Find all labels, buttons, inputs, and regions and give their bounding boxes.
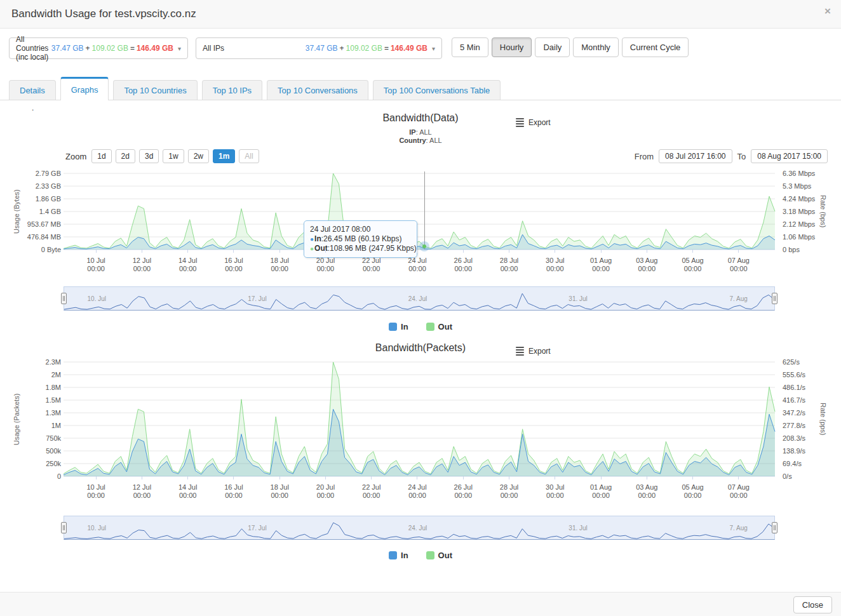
chart1-legend: In Out xyxy=(0,322,841,331)
chart1-subtitle-country: Country: ALL xyxy=(0,137,841,144)
xaxis-tick-label: 01 Aug00:00 xyxy=(578,476,624,500)
navigator-right-handle[interactable] xyxy=(772,522,777,533)
xaxis-tick-label: 10 Jul00:00 xyxy=(73,250,119,273)
stray-dot: . xyxy=(32,104,34,112)
legend-item-out[interactable]: Out xyxy=(426,322,452,331)
tab-top-10-countries[interactable]: Top 10 Countries xyxy=(113,80,197,100)
chart2-navigator-series xyxy=(64,521,774,539)
navigator-left-handle[interactable] xyxy=(61,293,67,304)
chart2-yaxis-right-title: Rate (pps) xyxy=(819,362,827,476)
xaxis-tick-label: 26 Jul00:00 xyxy=(440,476,486,500)
yaxis-tick-label: 0 xyxy=(57,472,61,480)
yaxis-tick-label: 5.3 Mbps xyxy=(783,182,811,190)
xaxis-tick-label: 03 Aug00:00 xyxy=(624,476,669,500)
yaxis-tick-label: 277.8/s xyxy=(783,422,805,429)
caret-down-icon: ▾ xyxy=(178,45,181,52)
period-button-daily[interactable]: Daily xyxy=(535,37,570,57)
tab-top-10-conversations[interactable]: Top 10 Conversations xyxy=(267,80,368,100)
chart1-export-button[interactable]: Export xyxy=(516,117,551,128)
chart2-export-button[interactable]: Export xyxy=(516,345,551,357)
yaxis-tick-label: 0 Byte xyxy=(41,246,61,253)
tooltip-in-row: ●In:26.45 MB (60.19 Kbps) xyxy=(310,234,411,244)
chart2-title: Bandwidth(Packets) xyxy=(0,342,841,354)
xaxis-tick-label: 05 Aug00:00 xyxy=(669,250,715,273)
close-button[interactable]: Close xyxy=(793,596,832,613)
yaxis-tick-label: 476.84 MB xyxy=(27,233,61,241)
chart2-xaxis-labels: 10 Jul00:0012 Jul00:0014 Jul00:0016 Jul0… xyxy=(73,476,762,500)
yaxis-tick-label: 1.4 GB xyxy=(39,208,61,215)
ips-filter-dropdown[interactable]: All IPs 37.47 GB+ 109.02 GB= 146.49 GB ▾ xyxy=(196,37,442,59)
xaxis-tick-label: 22 Jul00:00 xyxy=(349,250,394,273)
period-button-5min[interactable]: 5 Min xyxy=(452,37,488,57)
yaxis-tick-label: 3.18 Mbps xyxy=(783,208,815,215)
chart1-yaxis-right-title: Rate (bps) xyxy=(819,173,827,250)
yaxis-tick-label: 0/s xyxy=(783,472,792,480)
xaxis-tick-label: 20 Jul00:00 xyxy=(302,250,348,273)
from-label: From xyxy=(635,152,654,161)
chart2-yaxis-left-ticks: 2.3M2M1.8M1.5M1.3M1M750k500k250k0 xyxy=(0,358,61,480)
yaxis-tick-label: 953.67 MB xyxy=(27,220,61,228)
xaxis-tick-label: 28 Jul00:00 xyxy=(486,476,532,500)
ips-out-value: 109.02 GB xyxy=(346,44,382,53)
zoom-3d-button[interactable]: 3d xyxy=(139,149,159,163)
xaxis-tick-label: 30 Jul00:00 xyxy=(532,250,578,273)
xaxis-tick-label: 05 Aug00:00 xyxy=(669,476,715,500)
countries-in-value: 37.47 GB xyxy=(51,44,84,53)
tab-top-10-ips[interactable]: Top 10 IPs xyxy=(202,80,262,100)
tooltip-header: 24 Jul 2017 08:00 xyxy=(310,225,411,234)
to-label: To xyxy=(737,152,746,161)
xaxis-tick-label: 18 Jul00:00 xyxy=(257,476,302,500)
navigator-left-handle[interactable] xyxy=(61,522,67,533)
to-date-input[interactable]: 08 Aug 2017 15:00 xyxy=(751,149,828,163)
period-button-hourly[interactable]: Hourly xyxy=(492,37,532,57)
chart1-navigator-series xyxy=(64,292,774,310)
zoom-2d-button[interactable]: 2d xyxy=(116,149,135,163)
yaxis-tick-label: 347.2/s xyxy=(783,409,805,417)
period-button-current-cycle[interactable]: Current Cycle xyxy=(622,37,689,57)
countries-filter-label: All Countries (inc local) xyxy=(16,35,51,62)
yaxis-tick-label: 1.86 GB xyxy=(36,195,61,203)
tab-top-100-conversations-table[interactable]: Top 100 Conversations Table xyxy=(373,80,501,100)
yaxis-tick-label: 2.12 Mbps xyxy=(783,220,815,228)
ips-filter-label: All IPs xyxy=(203,44,224,53)
chart2-legend: In Out xyxy=(0,551,841,560)
plus-sign: + xyxy=(340,44,344,53)
tab-details[interactable]: Details xyxy=(9,80,56,100)
xaxis-tick-label: 22 Jul00:00 xyxy=(349,476,394,500)
yaxis-tick-label: 2.3M xyxy=(46,358,61,366)
yaxis-tick-label: 4.24 Mbps xyxy=(783,195,815,203)
yaxis-tick-label: 2M xyxy=(51,371,61,378)
from-date-input[interactable]: 08 Jul 2017 16:00 xyxy=(659,149,732,163)
xaxis-tick-label: 28 Jul00:00 xyxy=(486,250,532,273)
xaxis-tick-label: 30 Jul00:00 xyxy=(532,476,578,500)
in-swatch-icon xyxy=(389,323,397,331)
period-button-group: 5 Min Hourly Daily Monthly Current Cycle xyxy=(452,37,689,57)
chart2-plot-area[interactable] xyxy=(64,362,775,476)
legend-item-in[interactable]: In xyxy=(389,551,408,560)
countries-total-value: 146.49 GB xyxy=(137,44,173,53)
legend-item-out[interactable]: Out xyxy=(426,551,452,560)
chart1-navigator[interactable]: 10. Jul17. Jul24. Jul31. Jul7. Aug xyxy=(64,286,775,311)
chart2-navigator[interactable]: 10. Jul17. Jul24. Jul31. Jul7. Aug xyxy=(64,516,775,540)
legend-item-in[interactable]: In xyxy=(389,322,408,331)
graphs-panel: . Bandwidth(Data) Export IP: ALL Country… xyxy=(0,100,841,592)
countries-usage-summary: 37.47 GB+ 109.02 GB= 146.49 GB xyxy=(51,44,173,53)
zoom-1m-button[interactable]: 1m xyxy=(213,149,235,163)
xaxis-tick-label: 24 Jul00:00 xyxy=(394,476,440,500)
zoom-all-button[interactable]: All xyxy=(239,149,259,163)
xaxis-tick-label: 12 Jul00:00 xyxy=(119,476,165,500)
chart1-plot-area[interactable] xyxy=(64,173,775,250)
yaxis-tick-label: 138.9/s xyxy=(783,447,805,455)
period-button-monthly[interactable]: Monthly xyxy=(573,37,619,57)
close-icon[interactable]: × xyxy=(824,6,831,17)
navigator-right-handle[interactable] xyxy=(772,293,777,304)
countries-filter-dropdown[interactable]: All Countries (inc local) 37.47 GB+ 109.… xyxy=(9,37,188,59)
in-swatch-icon xyxy=(389,551,397,559)
zoom-1w-button[interactable]: 1w xyxy=(163,149,184,163)
chart1-zoom-controls: Zoom 1d 2d 3d 1w 2w 1m All xyxy=(65,149,259,163)
chart1-subtitle-ip: IP: ALL xyxy=(0,128,841,136)
zoom-1d-button[interactable]: 1d xyxy=(91,149,111,163)
tab-graphs[interactable]: Graphs xyxy=(60,77,109,100)
xaxis-tick-label: 03 Aug00:00 xyxy=(624,250,669,273)
zoom-2w-button[interactable]: 2w xyxy=(188,149,209,163)
